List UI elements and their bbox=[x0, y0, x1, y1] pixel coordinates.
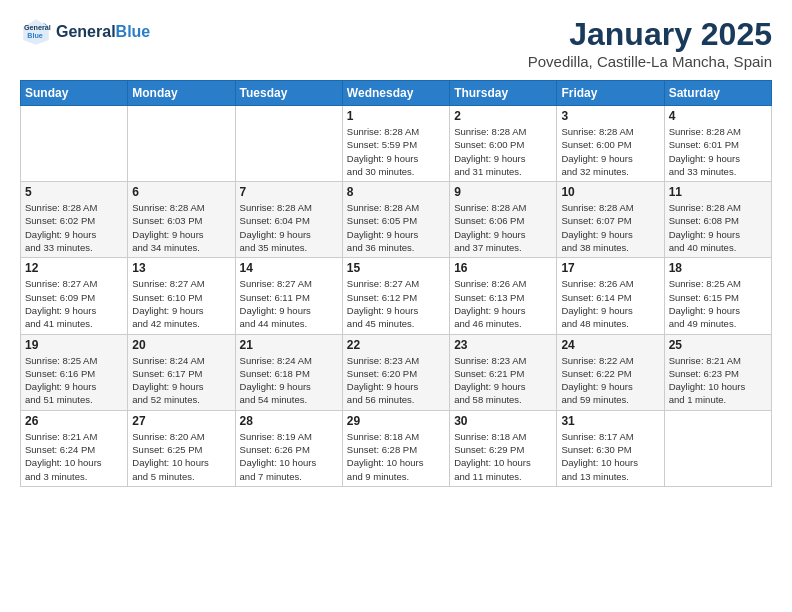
day-number: 29 bbox=[347, 414, 445, 428]
weekday-header: Thursday bbox=[450, 81, 557, 106]
calendar-cell: 15Sunrise: 8:27 AM Sunset: 6:12 PM Dayli… bbox=[342, 258, 449, 334]
day-detail: Sunrise: 8:26 AM Sunset: 6:14 PM Dayligh… bbox=[561, 277, 659, 330]
day-detail: Sunrise: 8:28 AM Sunset: 6:05 PM Dayligh… bbox=[347, 201, 445, 254]
day-detail: Sunrise: 8:28 AM Sunset: 6:04 PM Dayligh… bbox=[240, 201, 338, 254]
calendar-cell: 12Sunrise: 8:27 AM Sunset: 6:09 PM Dayli… bbox=[21, 258, 128, 334]
calendar-cell: 30Sunrise: 8:18 AM Sunset: 6:29 PM Dayli… bbox=[450, 410, 557, 486]
calendar-cell bbox=[21, 106, 128, 182]
day-number: 27 bbox=[132, 414, 230, 428]
day-number: 30 bbox=[454, 414, 552, 428]
calendar-cell: 19Sunrise: 8:25 AM Sunset: 6:16 PM Dayli… bbox=[21, 334, 128, 410]
logo-blue: Blue bbox=[116, 23, 151, 41]
location-title: Povedilla, Castille-La Mancha, Spain bbox=[528, 53, 772, 70]
day-number: 20 bbox=[132, 338, 230, 352]
calendar-week-row: 1Sunrise: 8:28 AM Sunset: 5:59 PM Daylig… bbox=[21, 106, 772, 182]
day-number: 3 bbox=[561, 109, 659, 123]
calendar-cell: 28Sunrise: 8:19 AM Sunset: 6:26 PM Dayli… bbox=[235, 410, 342, 486]
calendar-cell: 5Sunrise: 8:28 AM Sunset: 6:02 PM Daylig… bbox=[21, 182, 128, 258]
calendar-cell bbox=[664, 410, 771, 486]
weekday-header: Sunday bbox=[21, 81, 128, 106]
day-detail: Sunrise: 8:28 AM Sunset: 5:59 PM Dayligh… bbox=[347, 125, 445, 178]
day-detail: Sunrise: 8:25 AM Sunset: 6:16 PM Dayligh… bbox=[25, 354, 123, 407]
day-detail: Sunrise: 8:18 AM Sunset: 6:29 PM Dayligh… bbox=[454, 430, 552, 483]
day-number: 24 bbox=[561, 338, 659, 352]
day-detail: Sunrise: 8:21 AM Sunset: 6:23 PM Dayligh… bbox=[669, 354, 767, 407]
calendar-cell: 17Sunrise: 8:26 AM Sunset: 6:14 PM Dayli… bbox=[557, 258, 664, 334]
calendar-week-row: 12Sunrise: 8:27 AM Sunset: 6:09 PM Dayli… bbox=[21, 258, 772, 334]
day-number: 9 bbox=[454, 185, 552, 199]
calendar-cell: 11Sunrise: 8:28 AM Sunset: 6:08 PM Dayli… bbox=[664, 182, 771, 258]
calendar-cell: 1Sunrise: 8:28 AM Sunset: 5:59 PM Daylig… bbox=[342, 106, 449, 182]
calendar-cell: 10Sunrise: 8:28 AM Sunset: 6:07 PM Dayli… bbox=[557, 182, 664, 258]
day-detail: Sunrise: 8:24 AM Sunset: 6:18 PM Dayligh… bbox=[240, 354, 338, 407]
logo: General Blue General Blue bbox=[20, 16, 150, 48]
calendar-cell: 20Sunrise: 8:24 AM Sunset: 6:17 PM Dayli… bbox=[128, 334, 235, 410]
day-detail: Sunrise: 8:28 AM Sunset: 6:02 PM Dayligh… bbox=[25, 201, 123, 254]
logo-icon: General Blue bbox=[20, 16, 52, 48]
header-row: SundayMondayTuesdayWednesdayThursdayFrid… bbox=[21, 81, 772, 106]
day-number: 19 bbox=[25, 338, 123, 352]
calendar-cell: 13Sunrise: 8:27 AM Sunset: 6:10 PM Dayli… bbox=[128, 258, 235, 334]
day-number: 15 bbox=[347, 261, 445, 275]
header: General Blue General Blue January 2025 P… bbox=[20, 16, 772, 70]
day-number: 10 bbox=[561, 185, 659, 199]
svg-text:Blue: Blue bbox=[27, 31, 43, 40]
calendar-cell bbox=[128, 106, 235, 182]
calendar-cell: 4Sunrise: 8:28 AM Sunset: 6:01 PM Daylig… bbox=[664, 106, 771, 182]
day-number: 17 bbox=[561, 261, 659, 275]
day-number: 1 bbox=[347, 109, 445, 123]
calendar-cell: 3Sunrise: 8:28 AM Sunset: 6:00 PM Daylig… bbox=[557, 106, 664, 182]
day-detail: Sunrise: 8:27 AM Sunset: 6:09 PM Dayligh… bbox=[25, 277, 123, 330]
day-detail: Sunrise: 8:26 AM Sunset: 6:13 PM Dayligh… bbox=[454, 277, 552, 330]
day-number: 5 bbox=[25, 185, 123, 199]
day-number: 26 bbox=[25, 414, 123, 428]
day-detail: Sunrise: 8:28 AM Sunset: 6:01 PM Dayligh… bbox=[669, 125, 767, 178]
day-number: 8 bbox=[347, 185, 445, 199]
calendar-cell: 16Sunrise: 8:26 AM Sunset: 6:13 PM Dayli… bbox=[450, 258, 557, 334]
day-detail: Sunrise: 8:28 AM Sunset: 6:08 PM Dayligh… bbox=[669, 201, 767, 254]
day-number: 13 bbox=[132, 261, 230, 275]
day-number: 28 bbox=[240, 414, 338, 428]
day-detail: Sunrise: 8:23 AM Sunset: 6:20 PM Dayligh… bbox=[347, 354, 445, 407]
calendar-cell: 6Sunrise: 8:28 AM Sunset: 6:03 PM Daylig… bbox=[128, 182, 235, 258]
day-detail: Sunrise: 8:28 AM Sunset: 6:03 PM Dayligh… bbox=[132, 201, 230, 254]
calendar-cell: 18Sunrise: 8:25 AM Sunset: 6:15 PM Dayli… bbox=[664, 258, 771, 334]
calendar-cell: 29Sunrise: 8:18 AM Sunset: 6:28 PM Dayli… bbox=[342, 410, 449, 486]
day-number: 4 bbox=[669, 109, 767, 123]
calendar-cell: 7Sunrise: 8:28 AM Sunset: 6:04 PM Daylig… bbox=[235, 182, 342, 258]
calendar-cell bbox=[235, 106, 342, 182]
day-number: 21 bbox=[240, 338, 338, 352]
day-detail: Sunrise: 8:19 AM Sunset: 6:26 PM Dayligh… bbox=[240, 430, 338, 483]
day-detail: Sunrise: 8:23 AM Sunset: 6:21 PM Dayligh… bbox=[454, 354, 552, 407]
calendar-cell: 26Sunrise: 8:21 AM Sunset: 6:24 PM Dayli… bbox=[21, 410, 128, 486]
day-detail: Sunrise: 8:21 AM Sunset: 6:24 PM Dayligh… bbox=[25, 430, 123, 483]
calendar-cell: 8Sunrise: 8:28 AM Sunset: 6:05 PM Daylig… bbox=[342, 182, 449, 258]
day-detail: Sunrise: 8:27 AM Sunset: 6:11 PM Dayligh… bbox=[240, 277, 338, 330]
day-number: 31 bbox=[561, 414, 659, 428]
day-number: 11 bbox=[669, 185, 767, 199]
day-detail: Sunrise: 8:28 AM Sunset: 6:07 PM Dayligh… bbox=[561, 201, 659, 254]
day-detail: Sunrise: 8:28 AM Sunset: 6:06 PM Dayligh… bbox=[454, 201, 552, 254]
weekday-header: Saturday bbox=[664, 81, 771, 106]
calendar-cell: 23Sunrise: 8:23 AM Sunset: 6:21 PM Dayli… bbox=[450, 334, 557, 410]
calendar-cell: 27Sunrise: 8:20 AM Sunset: 6:25 PM Dayli… bbox=[128, 410, 235, 486]
day-detail: Sunrise: 8:28 AM Sunset: 6:00 PM Dayligh… bbox=[454, 125, 552, 178]
calendar-cell: 24Sunrise: 8:22 AM Sunset: 6:22 PM Dayli… bbox=[557, 334, 664, 410]
day-number: 14 bbox=[240, 261, 338, 275]
day-detail: Sunrise: 8:28 AM Sunset: 6:00 PM Dayligh… bbox=[561, 125, 659, 178]
day-detail: Sunrise: 8:27 AM Sunset: 6:10 PM Dayligh… bbox=[132, 277, 230, 330]
calendar-cell: 22Sunrise: 8:23 AM Sunset: 6:20 PM Dayli… bbox=[342, 334, 449, 410]
weekday-header: Tuesday bbox=[235, 81, 342, 106]
weekday-header: Friday bbox=[557, 81, 664, 106]
month-title: January 2025 bbox=[528, 16, 772, 53]
day-number: 25 bbox=[669, 338, 767, 352]
day-detail: Sunrise: 8:18 AM Sunset: 6:28 PM Dayligh… bbox=[347, 430, 445, 483]
day-number: 18 bbox=[669, 261, 767, 275]
title-block: January 2025 Povedilla, Castille-La Manc… bbox=[528, 16, 772, 70]
weekday-header: Monday bbox=[128, 81, 235, 106]
day-number: 22 bbox=[347, 338, 445, 352]
day-detail: Sunrise: 8:17 AM Sunset: 6:30 PM Dayligh… bbox=[561, 430, 659, 483]
calendar-cell: 2Sunrise: 8:28 AM Sunset: 6:00 PM Daylig… bbox=[450, 106, 557, 182]
day-detail: Sunrise: 8:22 AM Sunset: 6:22 PM Dayligh… bbox=[561, 354, 659, 407]
calendar-week-row: 5Sunrise: 8:28 AM Sunset: 6:02 PM Daylig… bbox=[21, 182, 772, 258]
